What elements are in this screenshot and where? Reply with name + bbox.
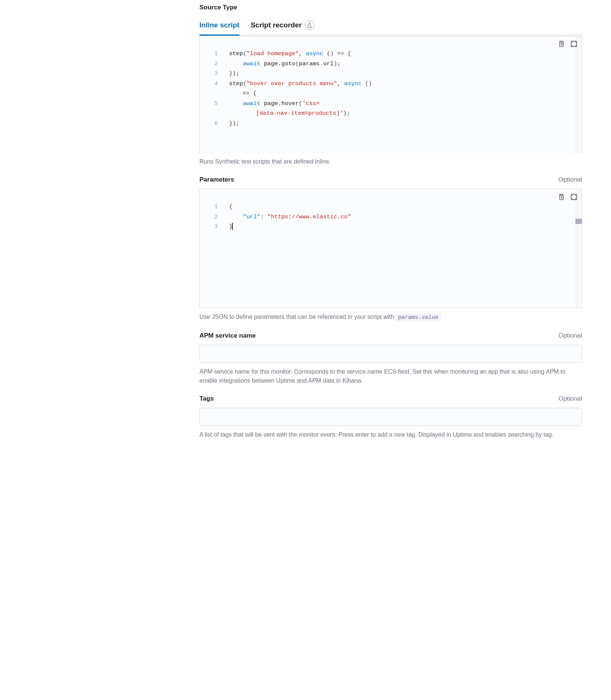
source-type-tabs: Inline script Script recorder [199, 17, 582, 36]
source-type-label: Source Type [199, 4, 582, 11]
parameters-help-text: Use JSON to define parameters that can b… [199, 312, 582, 322]
params-code-content: { "url": "https://www.elastic.co"} [229, 202, 578, 232]
apm-optional: Optional [559, 332, 582, 339]
tags-help-text: A list of tags that will be sent with th… [199, 430, 582, 439]
parameters-optional: Optional [559, 176, 582, 183]
line-gutter: 1 2 3 4 5 6 [200, 49, 223, 128]
tags-label: Tags [199, 395, 214, 403]
params-value-code: params.value [396, 314, 441, 321]
parameters-label: Parameters [199, 176, 234, 183]
script-code-content: step("load homepage", async () => { awai… [229, 49, 578, 128]
beaker-icon [305, 20, 314, 30]
fullscreen-icon[interactable] [570, 193, 578, 201]
tags-input[interactable] [199, 408, 582, 426]
tab-script-recorder[interactable]: Script recorder [251, 17, 314, 36]
tab-inline-script[interactable]: Inline script [199, 17, 240, 36]
script-help-text: Runs Synthetic test scripts that are def… [199, 157, 582, 166]
apm-help-text: APM service name for this monitor. Corre… [199, 367, 582, 385]
inline-script-editor[interactable]: 1 2 3 4 5 6 step("load homepage", async … [199, 36, 582, 153]
copy-icon[interactable] [557, 193, 565, 201]
apm-service-name-input[interactable] [199, 345, 582, 363]
fullscreen-icon[interactable] [570, 40, 578, 48]
svg-rect-2 [560, 195, 563, 200]
params-line-gutter: 1 2 3 [200, 202, 223, 232]
tab-script-recorder-label: Script recorder [251, 21, 302, 29]
apm-label: APM service name [199, 332, 256, 339]
parameters-editor[interactable]: 1 2 3 { "url": "https://www.elastic.co"} [199, 189, 582, 308]
svg-rect-0 [560, 42, 563, 47]
copy-icon[interactable] [557, 40, 565, 48]
tags-optional: Optional [559, 395, 582, 403]
